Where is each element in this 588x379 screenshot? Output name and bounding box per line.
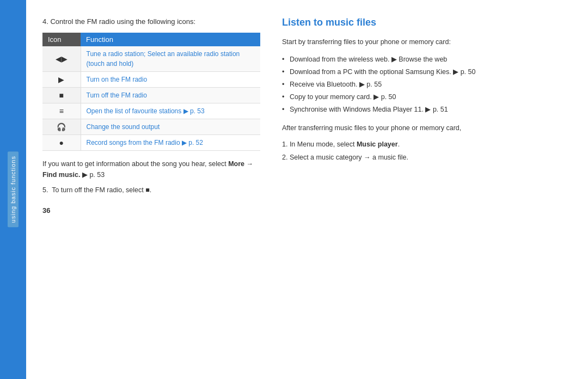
table-function-cell: Record songs from the FM radio ▶ p. 52 bbox=[81, 135, 260, 150]
list-item: Download from a PC with the optional Sam… bbox=[282, 66, 500, 77]
sidebar: using basic functions bbox=[0, 0, 26, 379]
table-icon-cell: 🎧 bbox=[42, 119, 81, 135]
step-1: 1. In Menu mode, select Music player. bbox=[282, 139, 500, 150]
table-header-function: Function bbox=[81, 33, 260, 46]
table-row: ▶Turn on the FM radio bbox=[42, 71, 260, 87]
table-icon-cell: ▶ bbox=[42, 71, 81, 87]
step5-text: 5. To turn off the FM radio, select ■. bbox=[42, 185, 260, 195]
list-item: Synchronise with Windows Media Player 11… bbox=[282, 104, 500, 115]
list-item: Receive via Bluetooth. ▶ p. 55 bbox=[282, 79, 500, 90]
table-icon-cell: ◀▶ bbox=[42, 46, 81, 72]
sidebar-label: using basic functions bbox=[8, 151, 19, 227]
table-function-cell: Change the sound output bbox=[81, 119, 260, 135]
table-header-icon: Icon bbox=[42, 33, 81, 46]
table-row: ≡Open the list of favourite stations ▶ p… bbox=[42, 103, 260, 119]
table-row: ■Turn off the FM radio bbox=[42, 87, 260, 103]
table-function-cell: Open the list of favourite stations ▶ p.… bbox=[81, 103, 260, 119]
step-2: 2. Select a music category → a music fil… bbox=[282, 152, 500, 163]
bullet-list: Download from the wireless web. ▶ Browse… bbox=[282, 54, 500, 115]
left-column: 4. Control the FM radio using the follow… bbox=[42, 16, 260, 363]
page-number: 36 bbox=[42, 206, 260, 215]
right-column: Listen to music files Start by transferr… bbox=[282, 16, 500, 363]
info-text: If you want to get information about the… bbox=[42, 158, 260, 180]
table-function-cell: Turn on the FM radio bbox=[81, 71, 260, 87]
table-function-cell: Turn off the FM radio bbox=[81, 87, 260, 103]
table-row: ●Record songs from the FM radio ▶ p. 52 bbox=[42, 135, 260, 150]
main-content: 4. Control the FM radio using the follow… bbox=[26, 0, 588, 379]
table-row: 🎧Change the sound output bbox=[42, 119, 260, 135]
numbered-steps: 1. In Menu mode, select Music player.2. … bbox=[282, 139, 500, 163]
list-item: Copy to your memory card. ▶ p. 50 bbox=[282, 91, 500, 102]
table-icon-cell: ≡ bbox=[42, 103, 81, 119]
table-function-cell: Tune a radio station; Select an availabl… bbox=[81, 46, 260, 72]
list-item: Download from the wireless web. ▶ Browse… bbox=[282, 54, 500, 65]
table-icon-cell: ■ bbox=[42, 87, 81, 103]
table-row: ◀▶Tune a radio station; Select an availa… bbox=[42, 46, 260, 72]
table-icon-cell: ● bbox=[42, 135, 81, 150]
step4-intro: 4. Control the FM radio using the follow… bbox=[42, 16, 260, 27]
section-intro: Start by transferring files to your phon… bbox=[282, 36, 500, 47]
after-transfer-text: After transferring music files to your p… bbox=[282, 123, 500, 133]
section-title: Listen to music files bbox=[282, 16, 500, 29]
fm-radio-table: Icon Function ◀▶Tune a radio station; Se… bbox=[42, 33, 260, 151]
